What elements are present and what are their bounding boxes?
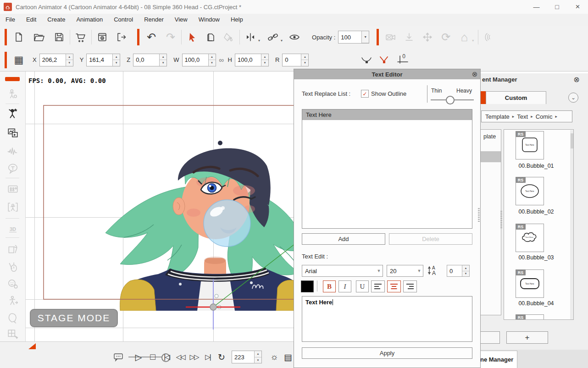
- breadcrumb-template[interactable]: Template: [485, 113, 510, 120]
- asset-label[interactable]: 00.Bubble_03: [504, 254, 568, 261]
- asset-bubble-01[interactable]: RS Text Here: [516, 131, 544, 159]
- breadcrumb-text[interactable]: Text: [517, 113, 528, 120]
- go-to-end-button[interactable]: ▷|: [202, 351, 214, 363]
- snap-caret-icon[interactable]: ▾: [258, 38, 260, 43]
- menu-control[interactable]: Control: [108, 14, 139, 26]
- panel-splitter-handle[interactable]: [500, 211, 502, 228]
- add-button[interactable]: Add: [302, 233, 385, 245]
- ground-zero-icon[interactable]: 0: [396, 53, 410, 67]
- h-input[interactable]: [235, 54, 261, 66]
- frame-input[interactable]: [232, 351, 254, 363]
- show-outline-checkbox[interactable]: ✓: [361, 90, 369, 98]
- z-input[interactable]: [133, 54, 159, 66]
- previous-frame-button[interactable]: ◁◁: [174, 351, 186, 363]
- r-input[interactable]: [283, 54, 301, 66]
- asset-bubble-04[interactable]: RS Text Here: [516, 269, 544, 298]
- font-size-select[interactable]: 20 ▼: [387, 265, 423, 277]
- timeline-collapse-handle[interactable]: [28, 343, 36, 349]
- tab-scene-manager[interactable]: ne Manager: [475, 351, 517, 368]
- outline-weight-slider-handle[interactable]: [446, 96, 455, 104]
- opacity-dropdown-button[interactable]: ▼: [361, 31, 369, 43]
- visibility-eye-icon[interactable]: [287, 30, 302, 44]
- text-replace-listbox[interactable]: Text Here: [302, 109, 472, 229]
- letter-spacing-spinner[interactable]: ▲▼: [462, 265, 469, 276]
- h-spinner[interactable]: ▲▼: [261, 54, 268, 66]
- 3d-assets-icon[interactable]: 3D: [6, 223, 19, 236]
- marketplace-cart-icon[interactable]: [73, 30, 88, 44]
- render-preview-icon[interactable]: [95, 30, 110, 44]
- audio-record-icon[interactable]: [6, 145, 19, 158]
- move-tool-icon[interactable]: [420, 30, 435, 44]
- menu-window[interactable]: Window: [193, 14, 225, 26]
- transition-curve-icon[interactable]: [377, 53, 391, 67]
- redo-icon[interactable]: ↷: [163, 30, 178, 44]
- duplicate-icon[interactable]: [203, 30, 218, 44]
- create-character-icon[interactable]: [6, 107, 19, 120]
- menu-create[interactable]: Create: [42, 14, 71, 26]
- scene-palette-icon[interactable]: [6, 182, 19, 195]
- text-editor-close-icon[interactable]: ⊗: [469, 70, 480, 78]
- bold-button[interactable]: B: [323, 280, 336, 292]
- template-tree-panel[interactable]: plate: [480, 129, 501, 315]
- go-to-start-button[interactable]: |◁: [161, 351, 172, 363]
- asset-bubble-05-partial[interactable]: RS: [516, 314, 544, 320]
- select-tool-icon[interactable]: [185, 30, 200, 44]
- paint-fill-icon[interactable]: [222, 30, 236, 44]
- template-tree-selected-row[interactable]: [481, 151, 501, 162]
- home-caret-icon[interactable]: ▾: [472, 38, 474, 43]
- text-editor-header[interactable]: Text Editor ⊗: [294, 69, 480, 79]
- breadcrumb-comic[interactable]: Comic: [536, 113, 553, 120]
- frame-spinner[interactable]: ▲▼: [254, 351, 261, 363]
- content-manager-close-icon[interactable]: ⊗: [571, 75, 582, 84]
- y-spinner[interactable]: ▲▼: [112, 54, 120, 66]
- apply-button[interactable]: Apply: [302, 347, 472, 359]
- snap-align-icon[interactable]: [243, 30, 258, 44]
- font-family-select[interactable]: Arial ▼: [302, 265, 383, 277]
- r-spinner[interactable]: ▲▼: [301, 54, 308, 66]
- link-caret-icon[interactable]: ▾: [281, 38, 283, 43]
- x-spinner[interactable]: ▲▼: [66, 54, 73, 66]
- sprite-transform-icon[interactable]: [6, 243, 19, 256]
- font-color-swatch[interactable]: [301, 280, 314, 292]
- underline-button[interactable]: U: [356, 280, 369, 292]
- asset-bubble-02[interactable]: RS Text Here: [516, 177, 544, 205]
- maximize-button[interactable]: □: [547, 0, 567, 14]
- undo-icon[interactable]: ↶: [144, 30, 159, 44]
- asset-label[interactable]: 00.Bubble_02: [504, 209, 568, 215]
- text-input-area[interactable]: Text Here: [302, 296, 472, 342]
- scrollbar-thumb[interactable]: [571, 133, 573, 148]
- menu-render[interactable]: Render: [139, 14, 169, 26]
- text-bubble-icon[interactable]: [6, 162, 19, 175]
- camera-disabled-icon[interactable]: [383, 30, 398, 44]
- export-icon[interactable]: [114, 30, 129, 44]
- menu-edit[interactable]: Edit: [21, 14, 42, 26]
- open-project-icon[interactable]: [32, 30, 46, 44]
- tab-custom[interactable]: Custom: [486, 91, 546, 104]
- link-icon[interactable]: [266, 30, 280, 44]
- letter-spacing-input[interactable]: [447, 265, 462, 276]
- x-input[interactable]: [40, 54, 66, 66]
- character-illustration[interactable]: [69, 123, 312, 311]
- face-animation-icon[interactable]: [6, 312, 19, 324]
- dialog-resize-handle[interactable]: [478, 208, 480, 222]
- body-animation-icon[interactable]: [6, 295, 19, 308]
- template-tree-item[interactable]: plate: [483, 133, 496, 140]
- italic-button[interactable]: I: [338, 280, 351, 292]
- layout-grid-icon[interactable]: ▦: [11, 53, 26, 67]
- motion-capture-icon[interactable]: [6, 201, 19, 214]
- asset-bubble-03[interactable]: RS Text Here: [516, 224, 544, 252]
- delete-button[interactable]: Delete: [389, 233, 472, 245]
- add-content-button[interactable]: +: [506, 331, 548, 344]
- prop-media-icon[interactable]: [6, 126, 19, 139]
- stop-button[interactable]: □: [147, 351, 159, 363]
- flip-icon[interactable]: [482, 30, 496, 44]
- timeline-panel-icon[interactable]: ▤: [282, 351, 294, 363]
- loop-button[interactable]: ↻: [216, 351, 227, 363]
- face-puppet-icon[interactable]: [6, 278, 19, 291]
- menu-file[interactable]: File: [0, 14, 21, 26]
- menu-animation[interactable]: Animation: [71, 14, 108, 26]
- home-pose-icon[interactable]: ⌂: [457, 30, 472, 44]
- align-left-button[interactable]: [371, 280, 385, 292]
- minimize-button[interactable]: —: [526, 0, 547, 14]
- rotate-tool-icon[interactable]: ⟳: [438, 30, 453, 44]
